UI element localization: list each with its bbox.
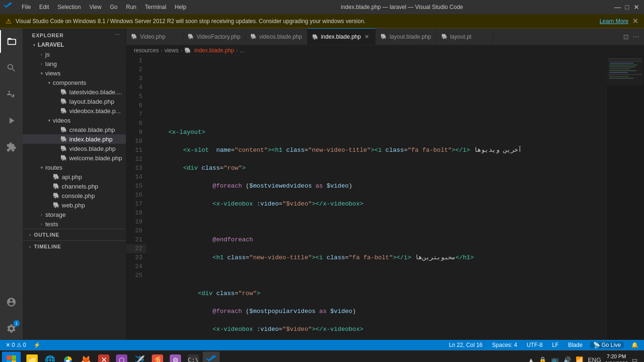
- activity-extensions[interactable]: [0, 136, 23, 158]
- activity-search[interactable]: [0, 57, 23, 79]
- status-encoding[interactable]: UTF-8: [525, 342, 545, 348]
- tree-storage-folder[interactable]: › storage: [23, 210, 126, 219]
- menu-go[interactable]: Go: [106, 3, 121, 11]
- menu-view[interactable]: View: [85, 3, 105, 11]
- tree-laravel-root[interactable]: ▾ LARAVEL: [23, 40, 126, 49]
- minimize-button[interactable]: —: [614, 3, 621, 11]
- tab-label: Video.php: [140, 33, 165, 40]
- menu-selection[interactable]: Selection: [54, 3, 84, 11]
- code-editor[interactable]: 1234 5678 9101112 13141516 17181920 2122…: [126, 56, 644, 340]
- php-file-icon: 🐘: [53, 183, 60, 189]
- tray-network-icon[interactable]: 🔒: [538, 355, 547, 362]
- breadcrumb-views[interactable]: views: [165, 47, 179, 54]
- status-position[interactable]: Ln 22, Col 16: [447, 342, 484, 348]
- breadcrumb-index-blade[interactable]: 🐘 index.blade.php: [184, 47, 234, 54]
- maximize-button[interactable]: □: [623, 3, 631, 11]
- timeline-header[interactable]: › TIMELINE: [23, 241, 126, 252]
- status-spaces[interactable]: Spaces: 4: [490, 342, 519, 348]
- tree-lang-folder[interactable]: › lang: [23, 59, 126, 68]
- taskbar-ie[interactable]: 🌐: [41, 352, 58, 362]
- tray-wifi-icon[interactable]: 📶: [575, 355, 584, 362]
- activity-account[interactable]: [0, 291, 23, 313]
- code-content[interactable]: <x-layout> <x-slot name="content"><h1 cl…: [150, 56, 606, 340]
- status-bar: ✕ 0 ⚠ 0 ⚡ Ln 22, Col 16 Spaces: 4 UTF-8 …: [0, 340, 644, 350]
- status-bell[interactable]: 🔔: [629, 342, 640, 348]
- activity-run[interactable]: [0, 109, 23, 132]
- taskbar-app4[interactable]: ⚙: [167, 352, 184, 362]
- menu-bar: File Edit Selection View Go Run Terminal…: [18, 3, 190, 11]
- start-button[interactable]: [2, 352, 21, 362]
- taskbar-terminal[interactable]: C:\: [185, 352, 202, 362]
- tree-index-blade-file[interactable]: 🐘 index.blade.php: [23, 134, 126, 144]
- tab-layout-blade-php[interactable]: 🐘 layout.blade.php: [376, 28, 436, 45]
- tab-layout-pt[interactable]: 🐘 layout.pt: [437, 28, 493, 45]
- status-go-live[interactable]: 📡 Go Live: [590, 342, 624, 348]
- tab-icon: 🐘: [250, 33, 257, 40]
- tree-web-file[interactable]: 🐘 web.php: [23, 200, 126, 210]
- explorer-actions[interactable]: ⋯: [115, 32, 120, 38]
- tab-videofactory-php[interactable]: 🐘 VideoFactory.php: [183, 28, 246, 45]
- taskbar-app3[interactable]: 🍕: [149, 352, 166, 362]
- tree-layout-blade-file[interactable]: 🐘 layout.blade.php: [23, 97, 126, 106]
- taskbar-chrome[interactable]: [59, 352, 76, 362]
- taskbar-telegram[interactable]: ✈️: [131, 352, 148, 362]
- activity-explorer[interactable]: [0, 30, 23, 53]
- activity-source-control[interactable]: [0, 83, 23, 106]
- tree-components-folder[interactable]: ▾ components: [23, 78, 126, 87]
- tray-lang[interactable]: ENG: [587, 355, 602, 362]
- tray-show-desktop[interactable]: ▭: [631, 355, 638, 362]
- tree-videos-blade-file[interactable]: 🐘 videos.blade.php: [23, 144, 126, 153]
- tree-console-file[interactable]: 🐘 console.php: [23, 191, 126, 200]
- split-editor-button[interactable]: ⊡: [622, 32, 630, 41]
- tree-channels-file[interactable]: 🐘 channels.php: [23, 181, 126, 191]
- tree-tests-folder[interactable]: › tests: [23, 219, 126, 229]
- tray-display-icon[interactable]: 📺: [550, 355, 560, 362]
- tree-videobox-file[interactable]: 🐘 videobox.blade.p...: [23, 106, 126, 115]
- error-icon: ✕: [6, 342, 10, 348]
- taskbar-vscode[interactable]: [203, 352, 220, 362]
- breadcrumb-resources[interactable]: resources: [134, 47, 159, 54]
- menu-edit[interactable]: Edit: [35, 3, 53, 11]
- menu-run[interactable]: Run: [122, 3, 140, 11]
- status-errors[interactable]: ✕ 0 ⚠ 0: [4, 342, 28, 348]
- tree-welcome-blade-file[interactable]: 🐘 welcome.blade.php: [23, 153, 126, 163]
- tray-up-arrow[interactable]: ▲: [527, 355, 535, 362]
- tree-latestvideo-file[interactable]: 🐘 latestvideo.blade....: [23, 87, 126, 97]
- tree-api-file[interactable]: 🐘 api.php: [23, 172, 126, 181]
- taskbar-app2[interactable]: ⬡: [113, 352, 130, 362]
- status-language[interactable]: Blade: [566, 342, 585, 348]
- tree-videos-folder[interactable]: ▾ videos: [23, 115, 126, 125]
- tree-views-folder[interactable]: ▾ views: [23, 68, 126, 78]
- banner-close-button[interactable]: ✕: [632, 16, 638, 25]
- tray-volume-icon[interactable]: 🔊: [562, 355, 572, 362]
- spacer: [53, 107, 60, 115]
- menu-file[interactable]: File: [18, 3, 34, 11]
- activity-settings[interactable]: 1: [0, 317, 23, 340]
- tree-routes-folder[interactable]: ▾ routes: [23, 163, 126, 172]
- tree-create-blade-file[interactable]: 🐘 create.blade.php: [23, 125, 126, 134]
- learn-more-link[interactable]: Learn More: [600, 18, 628, 25]
- file-welcome-blade-label: welcome.blade.php: [69, 155, 122, 162]
- tree-js-folder[interactable]: › js: [23, 49, 126, 59]
- breadcrumb-more[interactable]: ...: [240, 47, 245, 54]
- tab-close-button[interactable]: ✕: [363, 33, 371, 41]
- status-lightning[interactable]: ⚡: [32, 342, 42, 348]
- spacer: [45, 173, 53, 181]
- chevron-right-icon: ›: [38, 60, 45, 67]
- taskbar-file-explorer[interactable]: 📁: [24, 352, 41, 362]
- tab-video-php[interactable]: 🐘 Video.php: [126, 28, 183, 45]
- close-button[interactable]: ✕: [633, 3, 640, 11]
- taskbar-firefox[interactable]: 🦊: [77, 352, 94, 362]
- tab-label: layout.blade.php: [389, 33, 431, 40]
- outline-header[interactable]: › OUTLINE: [23, 229, 126, 240]
- status-line-ending[interactable]: LF: [550, 342, 561, 348]
- tab-index-blade-php[interactable]: 🐘 index.blade.php ✕: [307, 28, 376, 45]
- file-explorer-icon: 📁: [26, 354, 38, 362]
- more-actions-button[interactable]: ⋯: [632, 32, 640, 41]
- spacer: [53, 88, 60, 96]
- menu-terminal[interactable]: Terminal: [141, 3, 170, 11]
- taskbar-app1[interactable]: ✕: [95, 352, 112, 362]
- menu-help[interactable]: Help: [171, 3, 190, 11]
- tab-videos-blade-php[interactable]: 🐘 videos.blade.php: [246, 28, 307, 45]
- tray-clock[interactable]: 7:20 PM 6/24/2023: [605, 353, 628, 362]
